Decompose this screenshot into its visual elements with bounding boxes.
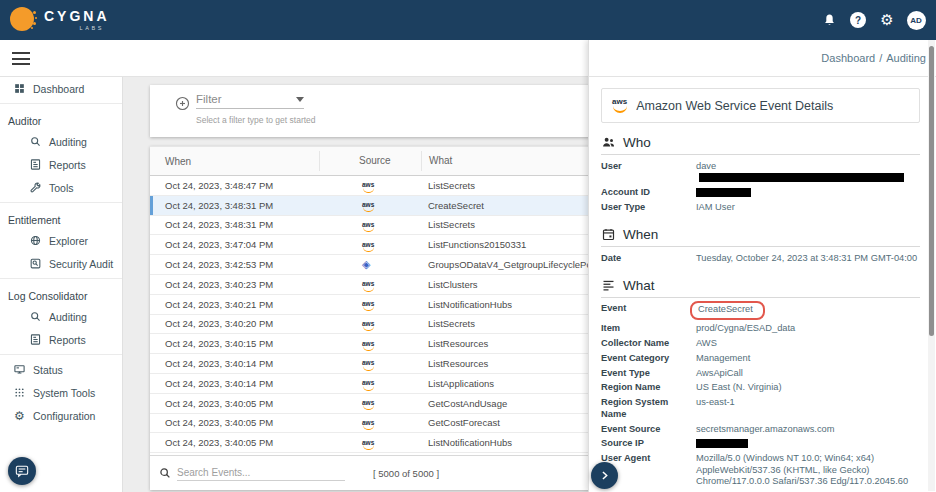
event-source [319,356,421,371]
column-header-when[interactable]: When [150,156,319,167]
event-source [319,436,421,451]
aws-icon [362,242,374,253]
sidebar-item-configuration[interactable]: ⚙ Configuration [0,404,122,427]
section-title: What [623,278,655,293]
chat-button[interactable] [8,457,36,485]
event-source [319,317,421,332]
filter-select[interactable]: Filter [196,93,304,109]
dashboard-icon [13,82,26,95]
search-icon [29,135,42,148]
event-details-title-card: Amazon Web Service Event Details [601,88,920,123]
sidebar-item-security-audit[interactable]: Security Audit [0,252,122,275]
people-icon [601,135,616,150]
search-events-input[interactable] [177,465,345,481]
event-when: Oct 24, 2023, 3:48:47 PM [150,180,319,191]
aws-icon [362,281,374,292]
field-label: Source IP [601,438,696,450]
app-root: CYGNA LABS ? ⚙ AD Dashboard Auditor Audi… [0,0,936,492]
event-source [319,416,421,431]
avatar[interactable]: AD [906,10,926,30]
breadcrumb-auditing[interactable]: Auditing [886,52,926,64]
sidebar-item-status[interactable]: Status [0,358,122,381]
aws-icon [362,341,374,352]
panel-scrollbar-thumb[interactable] [929,46,934,336]
sidebar-item-tools[interactable]: Tools [0,176,122,199]
detail-field: Item prod/Cygna/ESAD_data [601,322,920,337]
sidebar-item-lc-reports[interactable]: Reports [0,328,122,351]
detail-field: Event Category Management [601,351,920,366]
field-label: Region System Name [601,397,696,420]
menu-icon[interactable] [12,52,30,65]
detail-field: Source IP [601,437,920,452]
event-when: Oct 24, 2023, 3:40:14 PM [150,378,319,389]
event-source [319,178,421,193]
chat-icon [14,463,30,479]
field-label: Event [601,303,696,320]
sidebar-item-lc-auditing[interactable]: Auditing [0,305,122,328]
sidebar-divider [0,278,122,279]
field-value [696,438,920,450]
panel-title: Amazon Web Service Event Details [636,99,833,113]
column-header-source[interactable]: Source [319,151,421,171]
panel-collapse-button[interactable] [591,462,618,489]
help-icon[interactable]: ? [848,10,868,30]
detail-field: User Type IAM User [601,200,920,215]
sidebar-item-system-tools[interactable]: System Tools [0,381,122,404]
section-when: When [601,227,920,247]
event-when: Oct 24, 2023, 3:48:31 PM [150,219,319,230]
sidebar: Dashboard Auditor Auditing Reports Tools… [0,77,123,492]
field-label: Account ID [601,187,696,199]
event-details-body: Amazon Web Service Event Details Who Use… [589,78,926,492]
sidebar-item-label: Security Audit [49,258,113,270]
event-source [319,277,421,292]
sidebar-item-auditing[interactable]: Auditing [0,130,122,153]
field-value: secretsmanager.amazonaws.com [696,424,920,436]
sidebar-item-label: Reports [49,334,86,346]
who-fields: User dave Account ID User Type IAM User [601,155,920,215]
plus-circle-icon[interactable] [174,95,191,112]
field-label: Item [601,323,696,335]
event-when: Oct 24, 2023, 3:47:04 PM [150,239,319,250]
event-when: Oct 24, 2023, 3:40:21 PM [150,299,319,310]
sidebar-item-label: Auditing [49,136,87,148]
azure-icon [362,259,370,270]
top-navbar: CYGNA LABS ? ⚙ AD [0,0,936,40]
breadcrumb-dashboard[interactable]: Dashboard [821,52,875,64]
chevron-right-icon [597,468,612,483]
sidebar-item-explorer[interactable]: Explorer [0,229,122,252]
sidebar-item-label: Explorer [49,235,88,247]
aws-icon [362,360,374,371]
field-label: Region Name [601,382,696,394]
cygna-logo: CYGNA LABS [10,7,104,33]
gear-icon[interactable]: ⚙ [877,10,897,30]
field-value [696,187,920,199]
sidebar-item-label: Reports [49,159,86,171]
wrench-icon [29,181,42,194]
brand-sub: LABS [44,25,104,31]
event-details-panel: Dashboard / Auditing Amazon Web Service … [588,40,936,492]
redacted-value [696,439,748,448]
monitor-icon [13,363,26,376]
sidebar-item-label: System Tools [33,387,95,399]
detail-field: User dave [601,159,920,185]
filter-helper-text: Select a filter type to get started [196,115,316,125]
brand-name: CYGNA [44,9,104,23]
detail-field-event: Event CreateSecret [601,302,920,322]
aws-icon [362,400,374,411]
field-value: US East (N. Virginia) [696,382,920,394]
highlighted-value: CreateSecret [690,301,765,320]
aws-icon [362,420,374,431]
panel-scrollbar [928,40,935,491]
detail-field: Event Type AwsApiCall [601,366,920,381]
gear-icon: ⚙ [13,409,26,422]
event-source [319,238,421,253]
sidebar-item-dashboard[interactable]: Dashboard [0,77,122,100]
sidebar-item-reports[interactable]: Reports [0,153,122,176]
aws-icon [362,380,374,391]
cygna-logo-icon [10,7,36,33]
field-value: Mozilla/5.0 (Windows NT 10.0; Win64; x64… [696,453,920,488]
field-label: User [601,161,696,184]
bell-icon[interactable] [819,10,839,30]
list-icon [601,278,616,293]
detail-field: Date Tuesday, October 24, 2023 at 3:48:3… [601,251,920,266]
